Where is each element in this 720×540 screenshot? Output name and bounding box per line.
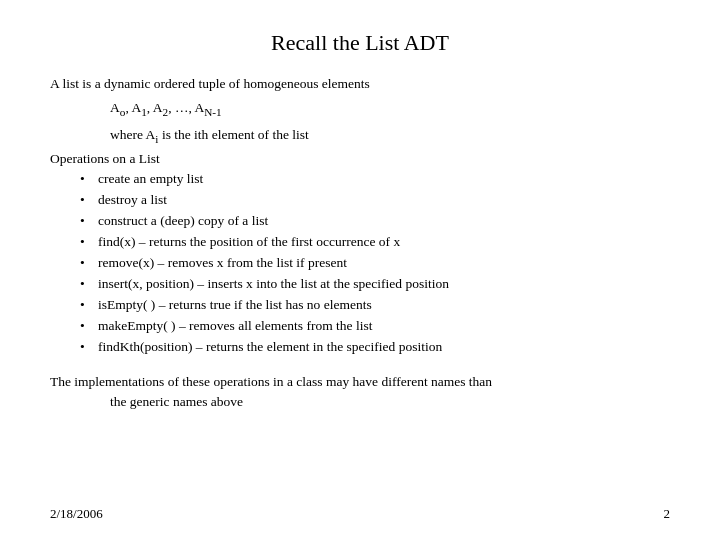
list-item: create an empty list: [80, 169, 670, 190]
description-line3: where Ai is the ith element of the list: [110, 125, 670, 148]
list-item: isEmpty( ) – returns true if the list ha…: [80, 295, 670, 316]
slide: Recall the List ADT A list is a dynamic …: [0, 0, 720, 540]
list-item: insert(x, position) – inserts x into the…: [80, 274, 670, 295]
operations-label: Operations on a List: [50, 151, 670, 167]
footer-note: The implementations of these operations …: [50, 372, 670, 413]
list-item: find(x) – returns the position of the fi…: [80, 232, 670, 253]
date-label: 2/18/2006: [50, 506, 103, 522]
operations-list: create an empty list destroy a list cons…: [80, 169, 670, 357]
list-item: remove(x) – removes x from the list if p…: [80, 253, 670, 274]
description-line2: Ao, A1, A2, …, AN-1: [110, 98, 670, 121]
list-item: construct a (deep) copy of a list: [80, 211, 670, 232]
list-item: findKth(position) – returns the element …: [80, 337, 670, 358]
footer-note-line2: the generic names above: [110, 392, 670, 412]
footer-bar: 2/18/2006 2: [50, 506, 670, 522]
slide-title: Recall the List ADT: [50, 30, 670, 56]
list-item: destroy a list: [80, 190, 670, 211]
description-line1: A list is a dynamic ordered tuple of hom…: [50, 74, 670, 94]
footer-note-line1: The implementations of these operations …: [50, 372, 670, 392]
list-item: makeEmpty( ) – removes all elements from…: [80, 316, 670, 337]
page-number: 2: [664, 506, 671, 522]
